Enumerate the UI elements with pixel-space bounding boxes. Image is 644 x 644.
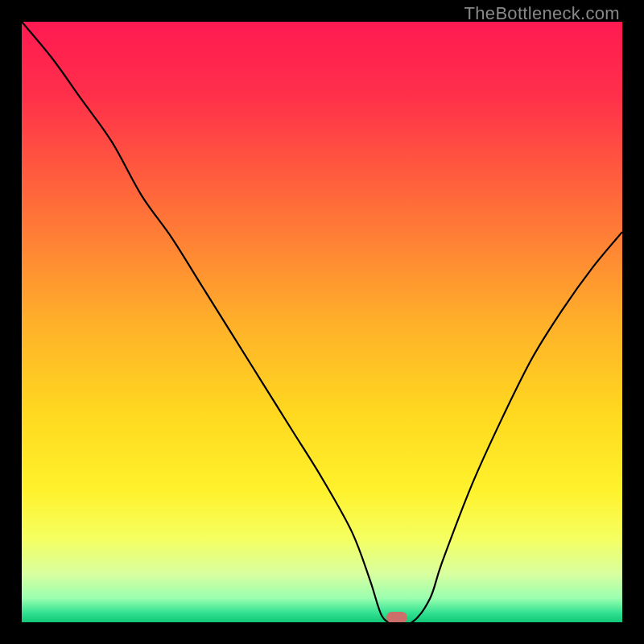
bottleneck-curve <box>22 22 622 622</box>
chart-container: TheBottleneck.com <box>0 0 644 644</box>
optimum-marker <box>386 612 407 622</box>
plot-area <box>22 22 622 622</box>
